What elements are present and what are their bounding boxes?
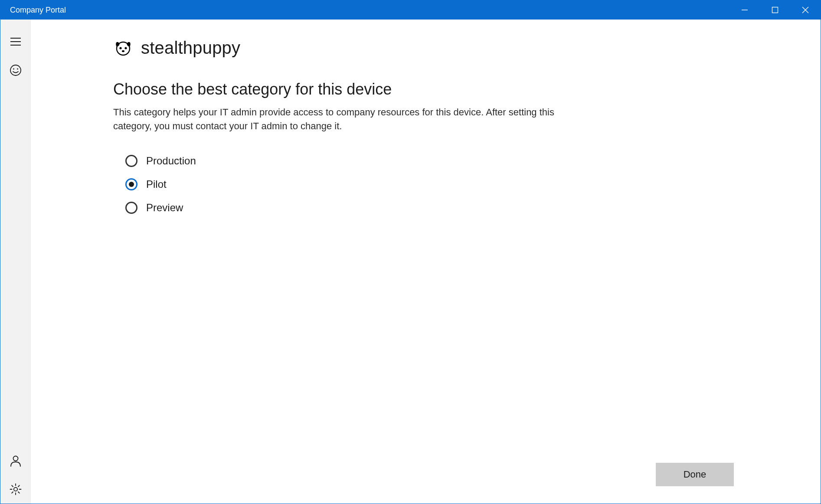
radio-option-production[interactable]: Production bbox=[125, 155, 734, 167]
svg-point-21 bbox=[119, 47, 121, 49]
gear-icon bbox=[10, 483, 22, 495]
svg-point-8 bbox=[13, 69, 14, 70]
svg-point-23 bbox=[122, 50, 124, 52]
svg-point-11 bbox=[13, 488, 17, 491]
svg-line-18 bbox=[18, 485, 20, 487]
radio-circle bbox=[125, 155, 137, 167]
body: stealthpuppy Choose the best category fo… bbox=[0, 20, 821, 504]
titlebar: Company Portal bbox=[0, 0, 821, 20]
category-options: Production Pilot Preview bbox=[125, 155, 734, 214]
nav-feedback-button[interactable] bbox=[0, 56, 31, 85]
svg-line-16 bbox=[12, 485, 13, 487]
footer-actions: Done bbox=[656, 463, 734, 486]
svg-point-9 bbox=[17, 69, 18, 70]
minimize-icon bbox=[741, 7, 748, 13]
maximize-icon bbox=[772, 7, 778, 13]
radio-circle bbox=[125, 178, 137, 190]
svg-point-10 bbox=[13, 456, 18, 461]
app-window: Company Portal bbox=[0, 0, 821, 504]
page-subheading: This category helps your IT admin provid… bbox=[113, 105, 569, 133]
caption-buttons bbox=[729, 0, 821, 20]
puppy-logo-icon bbox=[113, 38, 133, 58]
nav-rail bbox=[0, 20, 31, 504]
svg-line-17 bbox=[18, 492, 20, 493]
nav-user-button[interactable] bbox=[0, 446, 31, 475]
radio-option-preview[interactable]: Preview bbox=[125, 202, 734, 214]
svg-line-19 bbox=[12, 492, 13, 493]
maximize-button[interactable] bbox=[760, 0, 790, 20]
app-title: Company Portal bbox=[0, 0, 729, 20]
main-content: stealthpuppy Choose the best category fo… bbox=[31, 20, 821, 504]
org-name: stealthpuppy bbox=[141, 38, 240, 58]
user-icon bbox=[10, 455, 22, 467]
svg-rect-1 bbox=[772, 7, 778, 13]
svg-point-7 bbox=[10, 65, 21, 75]
nav-settings-button[interactable] bbox=[0, 475, 31, 504]
hamburger-icon bbox=[10, 37, 21, 46]
smile-icon bbox=[10, 64, 22, 76]
minimize-button[interactable] bbox=[729, 0, 760, 20]
radio-label: Preview bbox=[146, 202, 183, 214]
radio-label: Pilot bbox=[146, 178, 167, 190]
close-icon bbox=[802, 7, 809, 13]
nav-hamburger-button[interactable] bbox=[0, 27, 31, 56]
org-header: stealthpuppy bbox=[113, 38, 734, 58]
radio-label: Production bbox=[146, 155, 196, 167]
close-button[interactable] bbox=[790, 0, 821, 20]
svg-point-22 bbox=[124, 47, 127, 49]
radio-circle bbox=[125, 202, 137, 214]
page-heading: Choose the best category for this device bbox=[113, 80, 734, 98]
radio-option-pilot[interactable]: Pilot bbox=[125, 178, 734, 190]
done-button[interactable]: Done bbox=[656, 463, 734, 486]
